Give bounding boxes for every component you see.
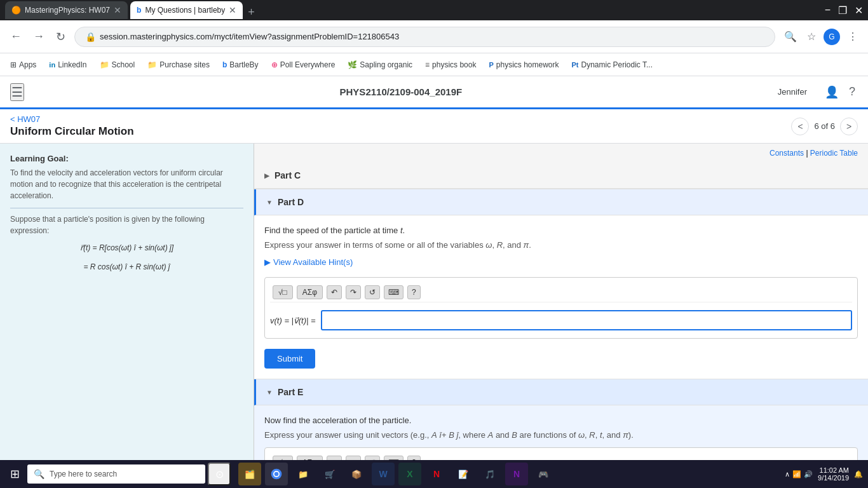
taskbar-netflix[interactable]: N (425, 463, 448, 485)
taskbar-file-manager[interactable]: 📁 (292, 463, 315, 485)
tab-close-bartleby[interactable]: ✕ (229, 5, 236, 15)
volume-icon[interactable]: 🔊 (804, 470, 813, 478)
learning-goal-text: To find the velocity and acceleration ve… (10, 167, 243, 201)
taskbar-search-icon: 🔍 (34, 469, 44, 479)
keyboard-icon: ⌨ (388, 288, 399, 297)
part-d-body: Find the speed of the particle at time t… (254, 215, 868, 379)
bookmark-physics-book[interactable]: ≡ physics book (420, 58, 481, 72)
poll-everywhere-icon: ⊕ (271, 60, 278, 69)
greek-symbols-button-d[interactable]: ΑΣφ (297, 285, 323, 299)
user-name: Jennifer (778, 87, 807, 97)
taskbar-itunes[interactable]: 🎵 (478, 463, 501, 485)
bookmark-apps-label: Apps (19, 60, 36, 69)
notification-icon[interactable]: 🔔 (854, 470, 863, 478)
taskbar-search-bar[interactable]: 🔍 Type here to search (27, 464, 205, 484)
constants-link-bar: Constants | Periodic Table (254, 144, 868, 163)
bookmark-school[interactable]: 📁 School (95, 58, 140, 72)
physics-homework-icon: P (489, 61, 493, 69)
tab-bartleby[interactable]: b My Questions | bartleby ✕ (130, 1, 243, 19)
prev-question-button[interactable]: < (791, 118, 809, 135)
taskbar: ⊞ 🔍 Type here to search ⊙ 🗂️ 📁 🛒 📦 W X N… (0, 460, 868, 488)
part-d-hint-toggle[interactable]: ▶ View Available Hint(s) (264, 257, 858, 267)
bookmark-physics-homework[interactable]: P physics homework (484, 58, 564, 72)
close-button[interactable]: ✕ (855, 4, 863, 17)
forward-button[interactable]: → (31, 27, 47, 46)
tab-mastering[interactable]: 🟠 MasteringPhysics: HW07 ✕ (5, 1, 128, 19)
taskbar-search-placeholder: Type here to search (50, 470, 117, 478)
reset-icon: ↺ (369, 288, 376, 297)
part-e-express: Express your answer using unit vectors (… (264, 430, 858, 440)
part-d-section: ▼ Part D Find the speed of the particle … (254, 189, 868, 379)
taskbar-word[interactable]: W (372, 463, 395, 485)
constants-link[interactable]: Constants (770, 149, 804, 158)
taskbar-cortana[interactable]: ⊙ (208, 463, 231, 485)
part-d-express: Express your answer in terms of some or … (264, 240, 858, 250)
redo-icon: ↷ (350, 288, 356, 297)
bookmark-bartleby[interactable]: b BartleBy (217, 58, 264, 72)
school-folder-icon: 📁 (100, 60, 109, 69)
reload-button[interactable]: ↻ (53, 27, 68, 46)
bookmark-linkedin-label: LinkedIn (58, 60, 86, 69)
taskbar-other-app[interactable]: 🎮 (532, 463, 555, 485)
submit-button-d[interactable]: Submit (264, 349, 315, 369)
search-icon[interactable]: 🔍 (782, 28, 799, 45)
part-e-label: Part E (278, 387, 303, 397)
window-controls: − ❐ ✕ (825, 4, 863, 17)
taskbar-excel[interactable]: X (398, 463, 421, 485)
taskbar-store[interactable]: 🛒 (318, 463, 341, 485)
part-c-header[interactable]: ▶ Part C (254, 163, 868, 189)
back-to-hw-link[interactable]: < HW07 (10, 114, 40, 124)
reset-button-d[interactable]: ↺ (365, 285, 380, 299)
start-button[interactable]: ⊞ (5, 464, 25, 484)
redo-button-d[interactable]: ↷ (346, 285, 361, 299)
tab-close-mastering[interactable]: ✕ (114, 5, 121, 15)
bookmark-sapling-organic[interactable]: 🌿 Sapling organic (342, 58, 417, 72)
bookmark-sapling-label: Sapling organic (360, 60, 412, 69)
help-button[interactable]: ? (846, 83, 858, 102)
part-e-arrow: ▼ (266, 389, 273, 396)
browser-toolbar-icons: 🔍 ☆ G ⋮ (782, 28, 860, 45)
periodic-table-link[interactable]: Periodic Table (810, 149, 858, 158)
insert-math-button-d[interactable]: √□ (273, 285, 293, 299)
keyboard-button-d[interactable]: ⌨ (384, 285, 403, 299)
new-tab-button[interactable]: + (245, 6, 257, 19)
question-navigation: < 6 of 6 > (791, 118, 858, 135)
hamburger-menu[interactable]: ☰ (10, 83, 24, 101)
taskbar-chrome[interactable] (265, 463, 288, 485)
minimize-button[interactable]: − (825, 4, 831, 17)
help-math-button-d[interactable]: ? (407, 285, 421, 299)
bookmark-linkedin[interactable]: in LinkedIn (44, 58, 92, 72)
taskbar-file-explorer[interactable]: 🗂️ (238, 463, 261, 485)
menu-icon[interactable]: ⋮ (845, 28, 860, 45)
profile-avatar[interactable]: G (824, 29, 840, 45)
bookmark-dynamic-periodic[interactable]: Pt Dynamic Periodic T... (567, 58, 658, 72)
next-question-button[interactable]: > (840, 118, 858, 135)
maximize-button[interactable]: ❐ (838, 4, 847, 17)
bookmark-poll-everywhere[interactable]: ⊕ Poll Everywhere (266, 58, 341, 72)
part-e-header[interactable]: ▼ Part E (254, 379, 868, 405)
equation-label-d: v(t) = |v⃗(t)| = (270, 316, 316, 325)
equation-input-d[interactable] (321, 310, 852, 330)
suppose-text: Suppose that a particle's position is gi… (10, 214, 243, 236)
user-profile-button[interactable]: 👤 (822, 83, 841, 102)
bookmark-star-icon[interactable]: ☆ (804, 28, 818, 45)
url-bar[interactable]: 🔒 session.masteringphysics.com/myct/item… (74, 27, 775, 47)
part-e-question: Now find the acceleration of the particl… (264, 416, 858, 425)
bookmark-dynamic-periodic-label: Dynamic Periodic T... (581, 60, 653, 69)
up-arrow-icon[interactable]: ∧ (785, 470, 790, 478)
bookmark-apps[interactable]: ⊞ Apps (5, 58, 41, 72)
back-button[interactable]: ← (8, 27, 24, 46)
taskbar-onenote[interactable]: N (505, 463, 528, 485)
notification-area: ∧ 📶 🔊 (785, 470, 813, 478)
hint-arrow: ▶ (264, 257, 271, 267)
undo-button-d[interactable]: ↶ (327, 285, 342, 299)
taskbar-sticky-notes[interactable]: 📝 (452, 463, 475, 485)
part-d-header[interactable]: ▼ Part D (254, 189, 868, 215)
network-icon[interactable]: 📶 (792, 470, 801, 478)
taskbar-amazon[interactable]: 📦 (345, 463, 368, 485)
bookmark-purchase-sites[interactable]: 📁 Purchase sites (142, 58, 215, 72)
right-panel: Constants | Periodic Table ▶ Part C ▼ Pa… (254, 144, 868, 488)
bookmarks-bar: ⊞ Apps in LinkedIn 📁 School 📁 Purchase s… (0, 53, 868, 76)
bartleby-icon: b (222, 60, 227, 69)
part-d-math-input: √□ ΑΣφ ↶ ↷ ↺ (264, 277, 858, 339)
